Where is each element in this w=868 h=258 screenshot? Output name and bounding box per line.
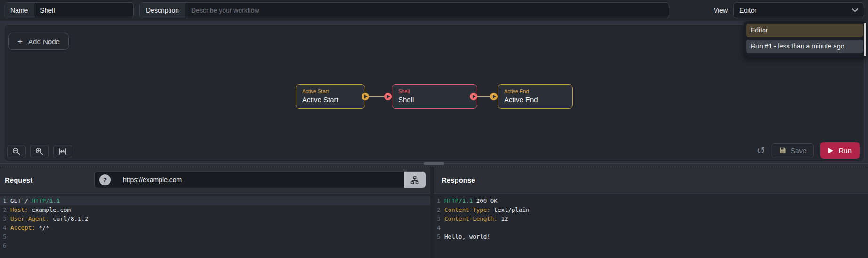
node-name-label: Shell <box>398 96 477 104</box>
view-dropdown: Editor Run #1 - less than a minute ago <box>744 21 867 58</box>
code-line: 4 <box>434 223 868 232</box>
port-active-end-in[interactable] <box>490 93 498 100</box>
name-input[interactable] <box>34 3 133 18</box>
sitemap-button[interactable] <box>404 171 426 188</box>
url-input[interactable] <box>111 176 404 184</box>
request-panel: Request ? 1GET / HTTP/1.12Host: example.… <box>0 167 430 258</box>
zoom-in-icon <box>35 147 44 156</box>
fit-view-button[interactable] <box>53 145 72 158</box>
view-label: View <box>714 7 728 14</box>
port-active-start-out[interactable] <box>362 93 369 100</box>
workflow-name-group: Name <box>4 2 134 18</box>
run-toolbar: ↺ Save Run <box>757 142 860 159</box>
code-line: 3User-Agent: curl/8.1.2 <box>0 214 430 223</box>
dropdown-scrollbar[interactable] <box>864 23 866 56</box>
horizontal-splitter <box>0 161 868 166</box>
run-button[interactable]: Run <box>820 142 860 159</box>
save-label: Save <box>790 146 806 154</box>
line-number: 1 <box>0 196 10 205</box>
code-line: 2Content-Type: text/plain <box>434 205 868 214</box>
line-number: 4 <box>0 223 10 232</box>
description-input[interactable] <box>185 3 669 18</box>
code-line: 1HTTP/1.1 200 OK <box>434 196 868 205</box>
response-title: Response <box>442 176 475 184</box>
plus-icon: + <box>17 37 23 46</box>
code-line: 5 <box>0 232 430 241</box>
zoom-out-button[interactable] <box>7 145 26 158</box>
code-line: 1GET / HTTP/1.1 <box>0 196 430 205</box>
sitemap-icon <box>410 176 419 184</box>
node-name-label: Active Start <box>302 96 365 104</box>
line-number: 3 <box>434 214 444 223</box>
workflow-description-group: Description <box>139 2 669 18</box>
topbar: Name Description View Editor Editor Run … <box>0 0 868 21</box>
description-label: Description <box>140 3 185 18</box>
view-select[interactable]: Editor <box>733 2 864 18</box>
view-option-editor[interactable]: Editor <box>746 24 863 37</box>
response-header: Response <box>434 167 868 194</box>
help-icon[interactable]: ? <box>99 174 111 185</box>
node-type-label: Active Start <box>302 89 365 94</box>
save-button[interactable]: Save <box>772 143 814 158</box>
line-number: 3 <box>0 214 10 223</box>
request-editor[interactable]: 1GET / HTTP/1.12Host: example.com3User-A… <box>0 194 430 258</box>
line-number: 2 <box>0 205 10 214</box>
http-panels: Request ? 1GET / HTTP/1.12Host: example.… <box>0 166 868 258</box>
view-switcher: View Editor Editor Run #1 - less than a … <box>714 2 864 18</box>
response-panel: Response 1HTTP/1.1 200 OK2Content-Type: … <box>434 167 868 258</box>
line-number: 5 <box>434 232 444 241</box>
port-arrow-icon <box>387 95 390 98</box>
code-line: 2Host: example.com <box>0 205 430 214</box>
request-header: Request ? <box>0 167 430 194</box>
view-option-run-1[interactable]: Run #1 - less than a minute ago <box>746 40 863 53</box>
port-shell-in[interactable] <box>384 93 392 100</box>
zoom-toolbar <box>7 145 72 158</box>
splitter-grip[interactable] <box>424 162 444 165</box>
code-line: 6 <box>0 241 430 250</box>
zoom-out-icon <box>12 147 21 156</box>
node-active-end[interactable]: Active End Active End <box>498 84 573 109</box>
workflow-canvas[interactable]: + Add Node Active Start Active Start She… <box>4 24 864 161</box>
undo-icon[interactable]: ↺ <box>757 145 765 155</box>
code-line: 4Accept: */* <box>0 223 430 232</box>
node-shell[interactable]: Shell Shell <box>392 84 477 109</box>
name-label: Name <box>4 3 34 18</box>
port-arrow-icon <box>493 95 496 98</box>
code-line: 5Hello, world! <box>434 232 868 241</box>
add-node-button[interactable]: + Add Node <box>8 33 69 50</box>
response-viewer[interactable]: 1HTTP/1.1 200 OK2Content-Type: text/plai… <box>434 194 868 258</box>
node-name-label: Active End <box>504 96 572 104</box>
fit-width-icon <box>58 148 67 155</box>
port-shell-out[interactable] <box>470 93 477 100</box>
url-input-group: ? <box>94 171 426 188</box>
line-number: 1 <box>434 196 444 205</box>
chevron-down-icon <box>852 8 858 12</box>
port-arrow-icon <box>473 95 476 98</box>
vertical-splitter[interactable] <box>430 167 434 258</box>
floppy-disk-icon <box>779 147 786 154</box>
node-type-label: Shell <box>398 89 477 94</box>
add-node-label: Add Node <box>28 38 60 46</box>
view-select-value: Editor <box>739 7 852 14</box>
port-arrow-icon <box>364 95 368 98</box>
code-line: 3Content-Length: 12 <box>434 214 868 223</box>
line-number: 4 <box>434 223 444 232</box>
play-icon <box>828 148 833 153</box>
line-number: 5 <box>0 232 10 241</box>
node-type-label: Active End <box>504 89 572 94</box>
line-number: 6 <box>0 241 10 250</box>
request-title: Request <box>5 176 32 184</box>
zoom-in-button[interactable] <box>30 145 49 158</box>
line-number: 2 <box>434 205 444 214</box>
run-label: Run <box>838 146 852 154</box>
node-active-start[interactable]: Active Start Active Start <box>296 84 365 109</box>
